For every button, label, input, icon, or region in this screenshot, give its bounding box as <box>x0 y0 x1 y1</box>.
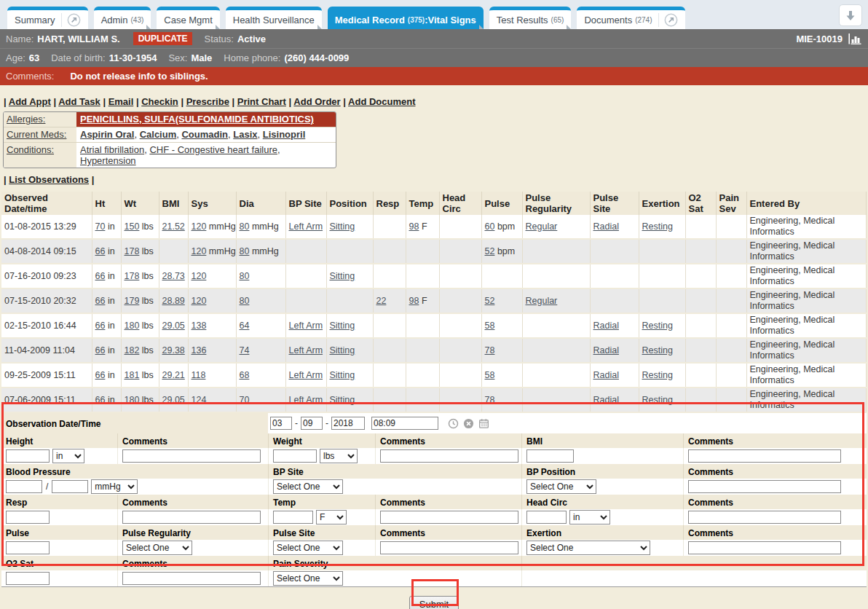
bp-systolic-input[interactable] <box>6 480 42 493</box>
add-order-link[interactable]: Add Order <box>293 96 340 107</box>
observation-value-link[interactable]: 52 <box>485 246 495 256</box>
observation-value-link[interactable]: Resting <box>642 345 673 355</box>
observation-value-link[interactable]: 178 <box>125 271 140 281</box>
time-input[interactable] <box>371 417 438 430</box>
observation-value-link[interactable]: 80 <box>240 246 250 256</box>
observation-value-link[interactable]: 98 <box>409 221 419 232</box>
observation-value-link[interactable]: Regular <box>526 296 558 306</box>
bp-diastolic-input[interactable] <box>52 480 88 493</box>
observation-value-link[interactable]: 150 <box>125 221 140 232</box>
observation-value-link[interactable]: Sitting <box>330 370 355 380</box>
observation-value-link[interactable]: 180 <box>125 395 140 405</box>
observation-value-link[interactable]: 58 <box>485 370 495 380</box>
observation-value-link[interactable]: 28.73 <box>162 271 185 281</box>
exertion-comments-input[interactable] <box>688 541 841 554</box>
temp-input[interactable] <box>273 511 313 524</box>
o2-sat-comments-input[interactable] <box>122 572 261 585</box>
observation-value-link[interactable]: 58 <box>485 321 495 331</box>
observation-value-link[interactable]: 66 <box>95 271 106 281</box>
bp-unit-select[interactable]: mmHg <box>91 479 138 494</box>
observation-value-link[interactable]: 64 <box>240 321 250 331</box>
prescribe-link[interactable]: Prescribe <box>186 96 229 107</box>
resp-comments-input[interactable] <box>122 511 261 524</box>
tab-health-surveillance[interactable]: Health Surveillance <box>226 7 322 29</box>
observation-value-link[interactable]: Regular <box>526 221 558 232</box>
observation-value-link[interactable]: 179 <box>125 296 140 306</box>
head-circ-comments-input[interactable] <box>688 511 841 524</box>
head-circ-input[interactable] <box>526 511 567 524</box>
observation-value-link[interactable]: 120 <box>192 271 207 281</box>
observation-value-link[interactable]: Resting <box>642 370 673 380</box>
observation-value-link[interactable]: 52 <box>485 296 495 306</box>
observation-value-link[interactable]: Sitting <box>330 395 355 405</box>
observation-value-link[interactable]: Sitting <box>330 321 355 331</box>
observation-value-link[interactable]: 136 <box>192 345 207 355</box>
observation-value-link[interactable]: Radial <box>593 370 619 380</box>
add-document-link[interactable]: Add Document <box>348 96 415 107</box>
observation-value-link[interactable]: 80 <box>240 271 250 281</box>
head-circ-unit-select[interactable]: in <box>569 510 610 524</box>
clear-icon[interactable] <box>463 418 474 429</box>
observation-value-link[interactable]: 182 <box>125 345 140 355</box>
allergies-label-link[interactable]: Allergies: <box>7 114 45 125</box>
bmi-comments-input[interactable] <box>688 449 841 463</box>
condition-link[interactable]: Atrial fibrillation <box>80 144 144 155</box>
observation-value-link[interactable]: 124 <box>192 395 207 405</box>
condition-link[interactable]: Hypertension <box>80 155 136 166</box>
resp-input[interactable] <box>6 511 50 524</box>
conditions-label-link[interactable]: Conditions: <box>7 144 54 155</box>
observation-value-link[interactable]: 60 <box>485 221 495 232</box>
observation-value-link[interactable]: 66 <box>95 345 106 355</box>
print-chart-link[interactable]: Print Chart <box>237 96 286 107</box>
temp-unit-select[interactable]: F <box>316 510 347 524</box>
observation-value-link[interactable]: Resting <box>642 321 673 331</box>
med-link[interactable]: Lisinopril <box>263 129 306 140</box>
observation-value-link[interactable]: 138 <box>192 321 207 331</box>
observation-value-link[interactable]: 28.89 <box>162 296 185 306</box>
observation-value-link[interactable]: 29.38 <box>162 345 185 355</box>
observation-value-link[interactable]: Left Arm <box>289 395 323 405</box>
observation-value-link[interactable]: 120 <box>192 296 207 306</box>
tab-admin[interactable]: Admin (43) <box>94 7 151 29</box>
checkin-link[interactable]: Checkin <box>141 96 178 107</box>
observation-value-link[interactable]: Left Arm <box>289 321 323 331</box>
observation-value-link[interactable]: Radial <box>593 395 619 405</box>
clock-icon[interactable] <box>448 418 459 429</box>
email-link[interactable]: Email <box>108 96 134 107</box>
observation-value-link[interactable]: Left Arm <box>289 345 323 355</box>
observation-value-link[interactable]: 70 <box>95 221 106 232</box>
observation-value-link[interactable]: Radial <box>593 221 619 232</box>
weight-unit-select[interactable]: lbs <box>320 449 358 463</box>
bp-position-select[interactable]: Select One <box>526 479 596 494</box>
download-button[interactable] <box>839 4 862 26</box>
observation-value-link[interactable]: Left Arm <box>289 370 323 380</box>
observation-value-link[interactable]: Resting <box>642 221 673 232</box>
submit-button[interactable]: Submit <box>409 596 459 609</box>
med-link[interactable]: Calcium <box>140 129 177 140</box>
med-link[interactable]: Aspirin Oral <box>80 129 134 140</box>
observation-value-link[interactable]: 66 <box>95 370 106 380</box>
pulse-input[interactable] <box>6 541 50 554</box>
condition-link[interactable]: CHF - Congestive heart failure <box>149 144 277 155</box>
pulse-regularity-select[interactable]: Select One <box>122 541 192 555</box>
height-comments-input[interactable] <box>122 449 261 463</box>
observation-value-link[interactable]: Radial <box>593 345 619 355</box>
calendar-icon[interactable] <box>478 418 489 429</box>
med-link[interactable]: Coumadin <box>181 129 228 140</box>
observation-value-link[interactable]: 21.52 <box>162 221 185 232</box>
pulse-comments-input[interactable] <box>380 541 518 554</box>
pulse-site-select[interactable]: Select One <box>273 541 343 555</box>
observation-value-link[interactable]: 80 <box>240 221 250 232</box>
popout-icon[interactable] <box>658 13 678 27</box>
date-year-input[interactable] <box>331 417 365 430</box>
date-month-input[interactable] <box>270 417 292 430</box>
observation-value-link[interactable]: 120 <box>192 221 207 232</box>
observation-value-link[interactable]: 66 <box>95 395 106 405</box>
observation-value-link[interactable]: Sitting <box>330 221 355 232</box>
observation-value-link[interactable]: 98 <box>409 296 419 306</box>
observation-value-link[interactable]: 29.21 <box>162 370 185 380</box>
observation-value-link[interactable]: 66 <box>95 321 106 331</box>
tab-documents[interactable]: Documents (274) <box>577 7 684 29</box>
observation-value-link[interactable]: 178 <box>125 246 140 256</box>
observation-value-link[interactable]: Sitting <box>330 345 355 355</box>
